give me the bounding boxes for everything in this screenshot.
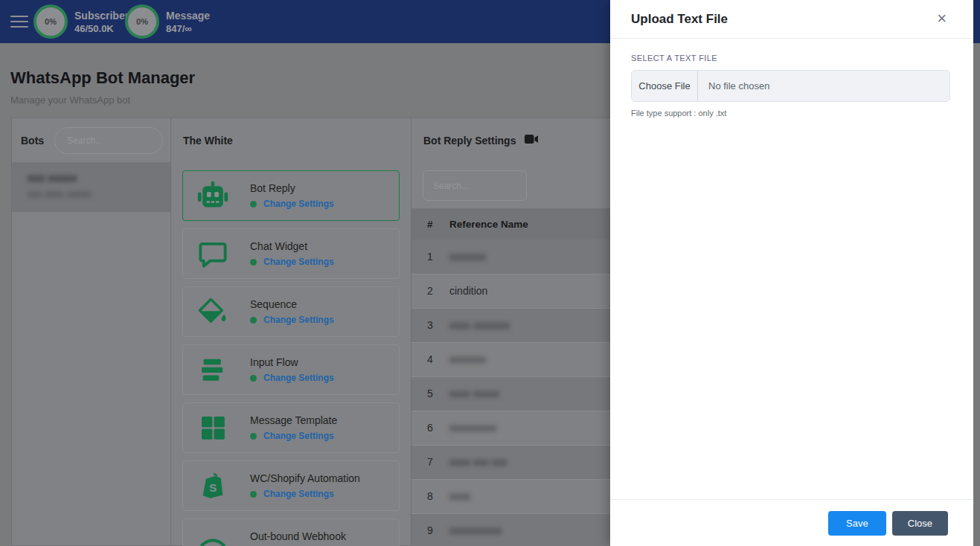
subscriber-value: 46/50.0K bbox=[74, 23, 129, 34]
file-type-helper: File type support : only .txt bbox=[631, 109, 952, 118]
file-input[interactable]: Choose File No file chosen bbox=[631, 70, 950, 102]
subscriber-stat: 0% Subscriber 46/50.0K bbox=[33, 4, 129, 39]
paint-bucket-icon bbox=[196, 295, 230, 329]
subscriber-label: Subscriber bbox=[74, 10, 129, 22]
selected-bot-header: The White bbox=[183, 135, 233, 147]
card-input-flow[interactable]: Input Flow Change Settings bbox=[182, 344, 400, 395]
bots-search-input[interactable] bbox=[54, 127, 163, 154]
row-name-redacted: xxxxxxxxxx bbox=[449, 524, 502, 536]
row-name-redacted: xxxx bbox=[449, 490, 470, 502]
close-icon[interactable]: × bbox=[937, 10, 947, 27]
row-num: 4 bbox=[411, 342, 446, 376]
row-name-redacted: xxxx xxxxxxx bbox=[449, 319, 510, 331]
change-settings-link[interactable]: Change Settings bbox=[263, 489, 334, 499]
modal-title: Upload Text File bbox=[631, 12, 728, 27]
message-value: 847/∞ bbox=[166, 23, 210, 34]
row-name-redacted: xxxxxxx bbox=[449, 353, 486, 365]
bot-phone-redacted: xxx xxxx xxxxx bbox=[28, 188, 170, 199]
file-chosen-status: No file chosen bbox=[698, 80, 769, 91]
status-dot bbox=[250, 201, 257, 208]
row-num: 5 bbox=[411, 376, 446, 411]
page-title: WhatsApp Bot Manager bbox=[10, 68, 195, 88]
file-field-label: SELECT A TEXT FILE bbox=[631, 54, 952, 62]
page-scrollbar[interactable] bbox=[973, 0, 980, 546]
row-name-redacted: xxxx xxx xxx bbox=[449, 456, 507, 468]
change-settings-link[interactable]: Change Settings bbox=[263, 431, 334, 441]
row-num: 8 bbox=[411, 479, 446, 513]
card-title: Input Flow bbox=[250, 356, 334, 368]
row-num: 9 bbox=[411, 513, 446, 546]
webhook-signal-icon bbox=[196, 527, 230, 546]
status-dot bbox=[250, 491, 257, 498]
card-message-template[interactable]: Message Template Change Settings bbox=[182, 402, 400, 453]
card-title: Bot Reply bbox=[250, 182, 334, 194]
bots-column: Bots xxx xxxxx xxx xxxx xxxxx bbox=[12, 118, 171, 545]
status-dot bbox=[250, 433, 257, 440]
card-title: Message Template bbox=[250, 414, 337, 426]
row-num: 2 bbox=[411, 274, 446, 308]
status-dot bbox=[250, 317, 257, 324]
settings-header: Bot Reply Settings bbox=[423, 135, 516, 147]
change-settings-link[interactable]: Change Settings bbox=[263, 257, 334, 267]
card-title: Out-bound Webhook bbox=[250, 530, 346, 542]
svg-text:S: S bbox=[209, 481, 217, 494]
card-bot-reply[interactable]: Bot Reply Change Settings bbox=[182, 170, 400, 221]
reference-search-input[interactable] bbox=[423, 170, 527, 201]
card-title: Chat Widget bbox=[250, 240, 334, 252]
message-stat: 0% Message 847/∞ bbox=[125, 4, 210, 39]
video-camera-icon[interactable] bbox=[525, 134, 539, 147]
card-title: WC/Shopify Automation bbox=[250, 472, 360, 484]
card-shopify-automation[interactable]: S WC/Shopify Automation Change Settings bbox=[182, 460, 400, 511]
card-sequence[interactable]: Sequence Change Settings bbox=[182, 286, 400, 337]
subscriber-progress-ring: 0% bbox=[33, 4, 68, 39]
card-title: Sequence bbox=[250, 298, 334, 310]
upload-text-file-modal: Upload Text File × SELECT A TEXT FILE Ch… bbox=[610, 0, 973, 546]
modal-close-button[interactable]: Close bbox=[892, 511, 948, 536]
row-name-redacted: xxxxxxxxx bbox=[449, 422, 496, 434]
column-header-num: # bbox=[411, 208, 446, 240]
scrollbar-thumb[interactable] bbox=[973, 43, 980, 546]
shopify-bag-icon: S bbox=[196, 469, 230, 503]
bots-header: Bots bbox=[21, 135, 44, 147]
choose-file-button[interactable]: Choose File bbox=[632, 71, 698, 101]
change-settings-link[interactable]: Change Settings bbox=[263, 373, 334, 383]
status-dot bbox=[250, 375, 257, 382]
status-dot bbox=[250, 259, 257, 266]
chat-bubble-icon bbox=[196, 237, 230, 271]
hamburger-menu-icon[interactable] bbox=[10, 16, 28, 28]
save-button[interactable]: Save bbox=[828, 511, 886, 536]
row-num: 1 bbox=[411, 240, 446, 274]
row-num: 7 bbox=[411, 445, 446, 479]
scrollbar-track-top bbox=[973, 0, 980, 43]
features-column: The White bbox=[171, 118, 411, 545]
card-outbound-webhook[interactable]: Out-bound Webhook Change Settings bbox=[182, 518, 400, 546]
message-progress-ring: 0% bbox=[125, 4, 159, 39]
page-subtitle: Manage your WhatsApp bot bbox=[10, 94, 130, 106]
list-bars-icon bbox=[196, 353, 230, 387]
row-name-redacted: xxxx xxxxx bbox=[449, 388, 499, 399]
change-settings-link[interactable]: Change Settings bbox=[263, 315, 334, 325]
card-chat-widget[interactable]: Chat Widget Change Settings bbox=[182, 228, 400, 279]
row-name-redacted: xxxxxxx bbox=[449, 251, 486, 263]
change-settings-link[interactable]: Change Settings bbox=[263, 199, 334, 209]
robot-icon bbox=[196, 179, 230, 213]
message-label: Message bbox=[166, 10, 210, 22]
row-num: 3 bbox=[411, 308, 446, 342]
bot-list-item[interactable]: xxx xxxxx xxx xxxx xxxxx bbox=[12, 163, 170, 212]
row-num: 6 bbox=[411, 411, 446, 445]
grid-icon bbox=[196, 411, 230, 445]
bot-name-redacted: xxx xxxxx bbox=[28, 172, 170, 184]
row-name: cindition bbox=[449, 285, 487, 297]
